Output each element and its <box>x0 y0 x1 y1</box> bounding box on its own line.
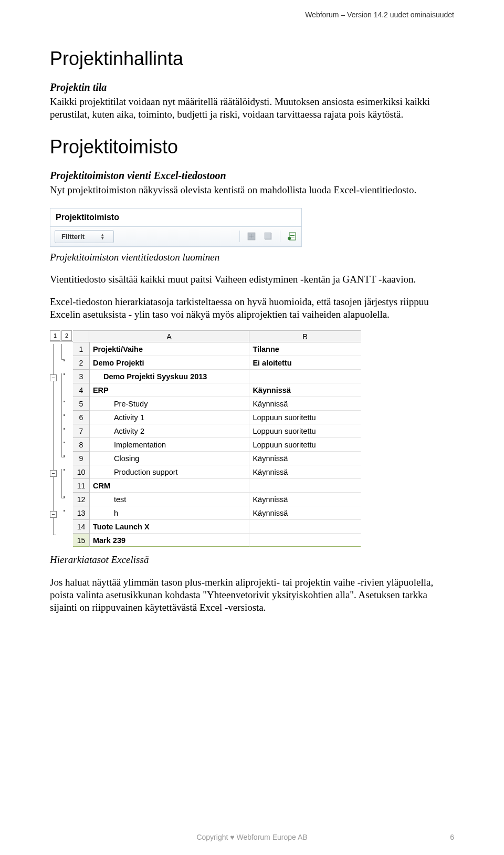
cell[interactable]: Ei aloitettu <box>249 356 361 370</box>
outline-level-button[interactable]: 2 <box>61 330 72 341</box>
row-number[interactable]: 13 <box>73 506 90 520</box>
cell[interactable] <box>249 534 361 547</box>
row-number[interactable]: 1 <box>73 342 90 356</box>
excel-header-row: 1 Projekti/Vaihe Tilanne <box>73 342 361 356</box>
cell[interactable]: CRM <box>90 479 249 493</box>
row-number[interactable]: 3 <box>73 370 90 383</box>
product-name: Webforum <box>305 11 339 19</box>
page-footer: Copyright ♥ Webforum Europe AB 6 <box>0 833 504 841</box>
cell[interactable]: Käynnissä <box>249 383 361 397</box>
cell[interactable]: test <box>90 493 249 506</box>
cell[interactable]: Mark 239 <box>90 534 249 547</box>
cell[interactable]: Käynnissä <box>249 506 361 520</box>
cell[interactable]: Tuote Launch X <box>90 520 249 534</box>
table-row: 3Demo Projekti Syyskuu 2013 <box>73 370 361 383</box>
row-number[interactable]: 14 <box>73 520 90 534</box>
outline-dot <box>64 360 65 361</box>
outline-level-button[interactable]: 1 <box>50 330 60 341</box>
outline-line <box>61 469 65 498</box>
outline-dot <box>64 414 65 416</box>
cell[interactable]: Käynnissä <box>249 493 361 506</box>
cell[interactable]: Loppuun suoritettu <box>249 424 361 438</box>
outline-dot <box>64 455 65 457</box>
table-row: 9ClosingKäynnissä <box>73 452 361 465</box>
cell[interactable]: Projekti/Vaihe <box>90 342 249 356</box>
copyright-text: Copyright ♥ Webforum Europe AB <box>196 833 307 841</box>
column-header[interactable]: B <box>249 331 361 342</box>
toolbar-row: Filtterit ▴▾ <box>50 227 301 246</box>
row-number[interactable]: 6 <box>73 411 90 424</box>
outline-dot <box>64 442 65 443</box>
outline-dot <box>64 428 65 430</box>
table-row: 7Activity 2Loppuun suoritettu <box>73 424 361 438</box>
select-all-corner[interactable] <box>73 331 89 342</box>
row-number[interactable]: 9 <box>73 452 90 465</box>
paragraph-vienti: Nyt projektitoimiston näkyvissä olevista… <box>50 184 454 196</box>
row-number[interactable]: 11 <box>73 479 90 493</box>
table-row: 12testKäynnissä <box>73 493 361 506</box>
cell[interactable]: Implementation <box>90 438 249 452</box>
row-number[interactable]: 8 <box>73 438 90 452</box>
row-number[interactable]: 7 <box>73 424 90 438</box>
outline-collapse-button[interactable]: − <box>50 511 57 518</box>
outline-dot <box>64 510 65 512</box>
cell[interactable]: ERP <box>90 383 249 397</box>
table-row: 2Demo ProjektiEi aloitettu <box>73 356 361 370</box>
table-row: 11CRM <box>73 479 361 493</box>
caption-toolbar: Projektitoimiston vientitiedoston luomin… <box>50 251 454 264</box>
outline-line <box>61 344 65 360</box>
table-row: 10Production supportKäynnissä <box>73 465 361 479</box>
toolbar-panel: Projektitoimisto Filtterit ▴▾ <box>50 208 302 247</box>
table-row: 14Tuote Launch X <box>73 520 361 534</box>
cell[interactable]: Käynnissä <box>249 452 361 465</box>
cell[interactable]: Käynnissä <box>249 465 361 479</box>
filters-button[interactable]: Filtterit ▴▾ <box>55 230 114 243</box>
expand-icon[interactable] <box>246 231 257 242</box>
cell[interactable]: h <box>90 506 249 520</box>
caption-excel: Hierarkiatasot Excelissä <box>50 554 454 566</box>
table-row: 15Mark 239 <box>73 534 361 547</box>
svg-rect-6 <box>290 237 295 237</box>
svg-rect-5 <box>290 235 295 236</box>
version-label: Version 14.2 uudet ominaisuudet <box>347 11 454 19</box>
cell[interactable] <box>249 370 361 383</box>
table-row: 13hKäynnissä <box>73 506 361 520</box>
page-number: 6 <box>450 833 454 841</box>
cell[interactable]: Demo Projekti <box>90 356 249 370</box>
cell[interactable] <box>249 520 361 534</box>
row-number[interactable]: 2 <box>73 356 90 370</box>
cell[interactable]: Tilanne <box>249 342 361 356</box>
outline-line <box>53 344 56 535</box>
cell[interactable] <box>249 479 361 493</box>
cell[interactable]: Activity 2 <box>90 424 249 438</box>
cell[interactable]: Loppuun suoritettu <box>249 438 361 452</box>
outline-collapse-button[interactable]: − <box>50 374 57 381</box>
collapse-icon[interactable] <box>263 231 274 242</box>
subheading-vienti-excel: Projektitoimiston vienti Excel-tiedostoo… <box>50 170 454 182</box>
outline-collapse-button[interactable]: − <box>50 470 57 477</box>
paragraph-tila: Kaikki projektitilat voidaan nyt määrite… <box>50 96 454 121</box>
paragraph-vientitiedosto: Vientitiedosto sisältää kaikki muut pait… <box>50 273 454 286</box>
cell[interactable]: Activity 1 <box>90 411 249 424</box>
cell[interactable]: Pre-Study <box>90 397 249 411</box>
cell[interactable]: Demo Projekti Syyskuu 2013 <box>90 370 249 383</box>
svg-point-7 <box>288 237 291 240</box>
heading-projektinhallinta: Projektinhallinta <box>50 48 454 70</box>
svg-rect-4 <box>290 234 295 234</box>
row-number[interactable]: 4 <box>73 383 90 397</box>
chevron-up-down-icon: ▴▾ <box>101 233 104 239</box>
cell[interactable]: Production support <box>90 465 249 479</box>
table-row: 6Activity 1Loppuun suoritettu <box>73 411 361 424</box>
row-number[interactable]: 12 <box>73 493 90 506</box>
toolbar-title: Projektitoimisto <box>50 208 301 227</box>
export-excel-icon[interactable] <box>287 231 297 242</box>
cell[interactable]: Loppuun suoritettu <box>249 411 361 424</box>
svg-rect-2 <box>265 233 271 239</box>
cell[interactable]: Closing <box>90 452 249 465</box>
row-number[interactable]: 5 <box>73 397 90 411</box>
column-header[interactable]: A <box>89 331 249 342</box>
cell[interactable]: Käynnissä <box>249 397 361 411</box>
row-number[interactable]: 10 <box>73 465 90 479</box>
row-number[interactable]: 15 <box>73 534 90 547</box>
excel-screenshot: 1 2 −−− A B 1 Projekti/Vaihe Tilanne 2De… <box>50 330 361 547</box>
